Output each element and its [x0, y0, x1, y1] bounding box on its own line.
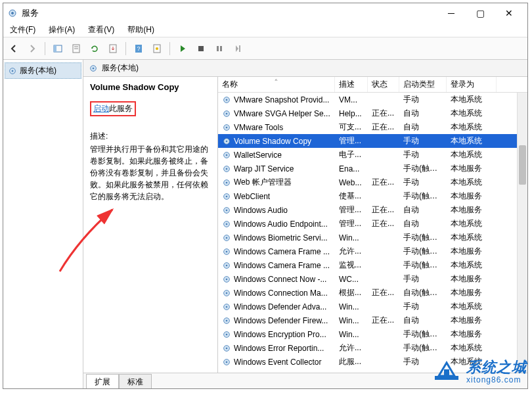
tree-pane: 服务(本地) — [3, 60, 83, 388]
column-startup[interactable]: 启动类型 — [399, 77, 447, 92]
service-row[interactable]: Windows Camera Frame ...允许...手动(触发...本地服… — [218, 244, 527, 258]
svg-point-25 — [226, 126, 228, 128]
tree-node-services-local[interactable]: 服务(本地) — [5, 62, 81, 79]
sort-ascending-icon: ^ — [275, 78, 278, 83]
service-row[interactable]: Windows Camera Frame ...监视...手动(触发...本地系… — [218, 258, 527, 272]
service-startup: 自动 — [399, 204, 447, 216]
service-row[interactable]: Windows Biometric Servi...Win...手动(触发...… — [218, 231, 527, 244]
tab-extended[interactable]: 扩展 — [86, 374, 119, 389]
service-logon: 本地服务 — [447, 163, 497, 174]
service-logon: 本地服务 — [447, 329, 497, 340]
maximize-button[interactable]: ▢ — [466, 4, 495, 22]
svg-point-19 — [93, 67, 95, 69]
start-service-button[interactable] — [175, 41, 190, 57]
service-status: 正在... — [368, 177, 399, 188]
service-startup: 手动 — [399, 135, 447, 147]
service-logon: 本地系统 — [447, 108, 497, 119]
help-topics-button[interactable] — [149, 41, 165, 57]
back-button[interactable] — [6, 41, 22, 57]
service-desc: 可支... — [335, 122, 368, 133]
watermark-logo-icon — [431, 356, 462, 388]
svg-point-41 — [226, 237, 228, 239]
column-status[interactable]: 状态 — [368, 77, 399, 92]
svg-point-53 — [226, 319, 228, 321]
svg-point-35 — [226, 195, 228, 197]
service-row[interactable]: WalletService电子...手动本地系统 — [218, 148, 527, 162]
column-logon[interactable]: 登录为 — [447, 77, 497, 92]
service-row[interactable]: VMware SVGA Helper Se...Help...正在...自动本地… — [218, 106, 527, 120]
service-startup: 自动 — [399, 108, 447, 119]
menu-help[interactable]: 帮助(H) — [125, 23, 157, 37]
pause-service-button[interactable] — [211, 41, 227, 57]
service-row[interactable]: Windows Defender Firew...Win...正在...自动本地… — [218, 313, 527, 327]
list-header: ^ 名称 描述 状态 启动类型 登录为 — [218, 77, 527, 93]
window-title: 服务 — [22, 7, 39, 19]
service-name: Windows Connection Ma... — [234, 289, 328, 298]
service-status: 正在... — [368, 108, 399, 119]
gear-icon — [222, 206, 231, 215]
refresh-button[interactable] — [87, 41, 102, 57]
column-desc[interactable]: 描述 — [335, 77, 368, 92]
service-desc: 监视... — [335, 260, 368, 271]
service-row[interactable]: Windows Connection Ma...根据...正在...自动(触发.… — [218, 286, 527, 300]
content-area: 服务(本地) 服务(本地) Volume Shadow Copy 启动此服务 描… — [3, 60, 527, 388]
service-row[interactable]: Windows Audio管理...正在...自动本地服务 — [218, 203, 527, 217]
menu-view[interactable]: 查看(V) — [85, 23, 117, 37]
service-desc: VM... — [335, 95, 368, 104]
gear-icon — [222, 261, 231, 270]
gear-icon — [222, 233, 231, 243]
svg-point-1 — [12, 12, 14, 14]
restart-service-button[interactable] — [230, 41, 246, 57]
service-logon: 本地系统 — [447, 260, 497, 271]
service-desc: 允许... — [335, 246, 368, 257]
vertical-scrollbar[interactable] — [517, 93, 527, 373]
svg-point-43 — [226, 250, 228, 252]
service-row[interactable]: Windows Encryption Pro...Win...手动(触发...本… — [218, 327, 527, 341]
minimize-button[interactable]: ─ — [437, 4, 466, 22]
description-text: 管理并执行用于备份和其它用途的卷影复制。如果此服务被终止，备份将没有卷影复制，并… — [90, 143, 211, 202]
service-row[interactable]: VMware Tools可支...正在...自动本地系统 — [218, 120, 527, 134]
description-panel: Volume Shadow Copy 启动此服务 描述: 管理并执行用于备份和其… — [83, 77, 218, 373]
services-window: 服务 ─ ▢ ✕ 文件(F) 操作(A) 查看(V) 帮助(H) ? — [3, 3, 528, 389]
scrollbar-thumb[interactable] — [519, 145, 526, 185]
close-button[interactable]: ✕ — [495, 4, 523, 22]
service-name: Windows Event Collector — [234, 358, 321, 367]
gear-icon — [8, 66, 17, 76]
help-button[interactable]: ? — [131, 41, 146, 57]
export-button[interactable] — [105, 41, 121, 57]
service-status: 正在... — [368, 315, 399, 326]
tab-standard[interactable]: 标准 — [119, 374, 152, 389]
service-logon: 本地系统 — [447, 342, 497, 354]
detail-header-label: 服务(本地) — [102, 62, 139, 74]
show-hide-tree-button[interactable] — [50, 41, 66, 57]
service-startup: 手动(触发... — [399, 191, 447, 202]
svg-point-55 — [226, 333, 228, 335]
service-row[interactable]: Web 帐户管理器Web...正在...手动本地系统 — [218, 175, 527, 189]
column-name[interactable]: ^ 名称 — [218, 77, 335, 92]
start-service-link[interactable]: 启动 — [93, 104, 109, 113]
column-name-label: 名称 — [222, 79, 238, 90]
service-row[interactable]: Windows Audio Endpoint...管理...正在...自动本地系… — [218, 217, 527, 231]
service-row[interactable]: Windows Defender Adva...Win...手动本地系统 — [218, 300, 527, 313]
service-row[interactable]: Warp JIT ServiceEna...手动(触发...本地服务 — [218, 162, 527, 175]
stop-service-button[interactable] — [193, 41, 209, 57]
forward-button[interactable] — [24, 41, 40, 57]
gear-icon — [222, 178, 231, 187]
service-row[interactable]: WebClient使基...手动(触发...本地服务 — [218, 189, 527, 203]
svg-point-21 — [226, 99, 228, 101]
properties-button[interactable] — [68, 41, 84, 57]
column-status-label: 状态 — [372, 79, 388, 90]
service-startup: 手动 — [399, 177, 447, 188]
service-name: Windows Audio Endpoint... — [234, 220, 328, 229]
service-row[interactable]: Volume Shadow Copy管理...手动本地系统 — [218, 134, 527, 148]
service-row[interactable]: Windows Connect Now -...WC...手动本地服务 — [218, 272, 527, 286]
menu-action[interactable]: 操作(A) — [46, 23, 78, 37]
service-row[interactable]: Windows Error Reportin...允许...手动(触发...本地… — [218, 341, 527, 355]
service-row[interactable]: VMware Snapshot Provid...VM...手动本地系统 — [218, 93, 527, 106]
service-name: Windows Camera Frame ... — [234, 261, 330, 270]
service-list-panel: ^ 名称 描述 状态 启动类型 登录为 VMware Snapshot Prov… — [218, 77, 527, 373]
service-logon: 本地服务 — [447, 191, 497, 202]
menu-file[interactable]: 文件(F) — [7, 23, 38, 37]
service-startup: 手动(触发... — [399, 329, 447, 340]
service-startup: 手动(触发... — [399, 342, 447, 354]
